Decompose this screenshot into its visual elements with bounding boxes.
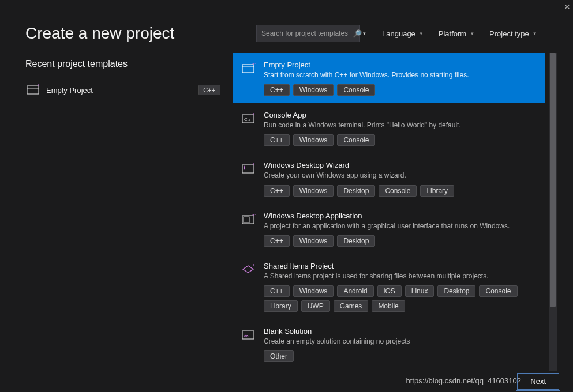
template-tag: C++ <box>264 285 290 297</box>
recent-item-name: Empty Project <box>46 86 93 95</box>
template-tag: Windows <box>293 84 334 96</box>
template-name: Console App <box>264 111 538 119</box>
template-tags: C++WindowsConsole <box>264 84 538 96</box>
header: Create a new project 🔎▾ Language▼ Platfo… <box>0 0 573 48</box>
filter-project-type[interactable]: Project type▼ <box>489 29 537 38</box>
svg-text:++: ++ <box>252 163 256 167</box>
svg-text:++: ++ <box>37 84 40 88</box>
recent-item[interactable]: ++ Empty Project C++ <box>25 82 222 98</box>
template-tag: C++ <box>264 185 290 197</box>
filter-language[interactable]: Language▼ <box>382 29 424 38</box>
template-list: ++ Empty Project Start from scratch with… <box>233 53 545 371</box>
recent-heading: Recent project templates <box>25 59 222 69</box>
search-box[interactable]: 🔎▾ <box>256 25 360 42</box>
page-title: Create a new project <box>25 24 245 43</box>
template-tag: Library <box>264 300 298 312</box>
scrollbar[interactable] <box>549 53 557 371</box>
template-tag: Library <box>420 185 454 197</box>
template-tags: C++WindowsDesktopConsoleLibrary <box>264 185 538 197</box>
template-tag: Android <box>337 285 373 297</box>
template-tag: UWP <box>301 300 330 312</box>
desktop-wizard-icon: ++ <box>241 161 257 177</box>
svg-text:++: ++ <box>252 264 256 267</box>
filter-platform[interactable]: Platform▼ <box>439 29 474 38</box>
template-description: A Shared Items project is used for shari… <box>264 272 538 281</box>
template-tag: Windows <box>293 185 334 197</box>
template-item[interactable]: C:\++ Console App Run code in a Windows … <box>233 103 545 153</box>
svg-rect-12 <box>244 217 249 223</box>
template-description: Start from scratch with C++ for Windows.… <box>264 70 538 80</box>
template-tag: iOS <box>377 285 402 297</box>
template-tag: Desktop <box>437 285 475 297</box>
template-tags: C++WindowsConsole <box>264 134 538 146</box>
recent-templates-panel: Recent project templates ++ Empty Projec… <box>25 48 222 371</box>
template-tag: Linux <box>405 285 435 297</box>
template-tag: Windows <box>293 285 334 297</box>
template-name: Windows Desktop Application <box>264 212 538 220</box>
filters: Language▼ Platform▼ Project type▼ <box>382 29 537 38</box>
close-icon[interactable]: ✕ <box>564 2 571 12</box>
svg-text:++: ++ <box>252 63 256 66</box>
template-tag: Console <box>337 84 375 96</box>
search-icon[interactable]: 🔎▾ <box>353 25 366 42</box>
search-input[interactable] <box>257 29 353 37</box>
template-tags: C++WindowsDesktop <box>264 235 538 247</box>
template-tag: Other <box>264 350 294 362</box>
template-tag: Mobile <box>372 300 405 312</box>
chevron-down-icon: ▼ <box>470 31 474 36</box>
template-tag: Console <box>479 285 517 297</box>
template-tag: C++ <box>264 235 290 247</box>
svg-text:++: ++ <box>252 113 256 116</box>
template-tag: Desktop <box>337 185 375 197</box>
chevron-down-icon: ▼ <box>419 31 424 36</box>
shared-items-icon: ++ <box>241 262 257 278</box>
template-item[interactable]: ++ Empty Project Start from scratch with… <box>233 53 545 103</box>
watermark-text: https://blog.csdn.net/qq_41603102 <box>406 376 522 385</box>
template-tag: C++ <box>264 134 290 146</box>
recent-item-lang-badge: C++ <box>198 85 220 95</box>
template-description: A project for an application with a grap… <box>264 221 538 231</box>
empty-project-icon: ++ <box>27 84 40 96</box>
blank-solution-icon: ∞ <box>241 327 257 343</box>
template-tag: Console <box>337 134 375 146</box>
template-tag: Windows <box>293 134 334 146</box>
template-tags: Other <box>264 350 538 362</box>
template-name: Shared Items Project <box>264 262 538 270</box>
next-button[interactable]: Next <box>517 373 559 390</box>
template-tag: C++ <box>264 84 290 96</box>
template-name: Blank Solution <box>264 327 538 336</box>
template-description: Run code in a Windows terminal. Prints "… <box>264 120 538 130</box>
template-description: Create your own Windows app using a wiza… <box>264 171 538 180</box>
filter-project-type-label: Project type <box>489 29 529 38</box>
template-item[interactable]: ++ Windows Desktop Application A project… <box>233 204 545 254</box>
console-app-icon: C:\++ <box>241 111 257 127</box>
template-tag: Games <box>334 300 369 312</box>
scrollbar-thumb[interactable] <box>550 53 556 307</box>
svg-text:++: ++ <box>252 214 256 217</box>
svg-text:∞: ∞ <box>244 332 249 339</box>
empty-project-icon: ++ <box>241 61 257 77</box>
template-tag: Desktop <box>337 235 375 247</box>
desktop-app-icon: ++ <box>241 212 257 228</box>
template-tag: Console <box>379 185 417 197</box>
template-tags: C++WindowsAndroidiOSLinuxDesktopConsoleL… <box>264 285 538 312</box>
chevron-down-icon: ▼ <box>533 31 537 36</box>
template-tag: Windows <box>293 235 334 247</box>
template-item[interactable]: ++ Windows Desktop Wizard Create your ow… <box>233 153 545 203</box>
template-item[interactable]: ∞ Blank Solution Create an empty solutio… <box>233 319 545 370</box>
template-name: Empty Project <box>264 61 538 69</box>
svg-text:C:\: C:\ <box>244 117 250 122</box>
template-description: Create an empty solution containing no p… <box>264 337 538 346</box>
filter-platform-label: Platform <box>439 29 466 38</box>
template-item[interactable]: ++ Shared Items Project A Shared Items p… <box>233 254 545 319</box>
template-name: Windows Desktop Wizard <box>264 161 538 169</box>
filter-language-label: Language <box>382 29 415 38</box>
